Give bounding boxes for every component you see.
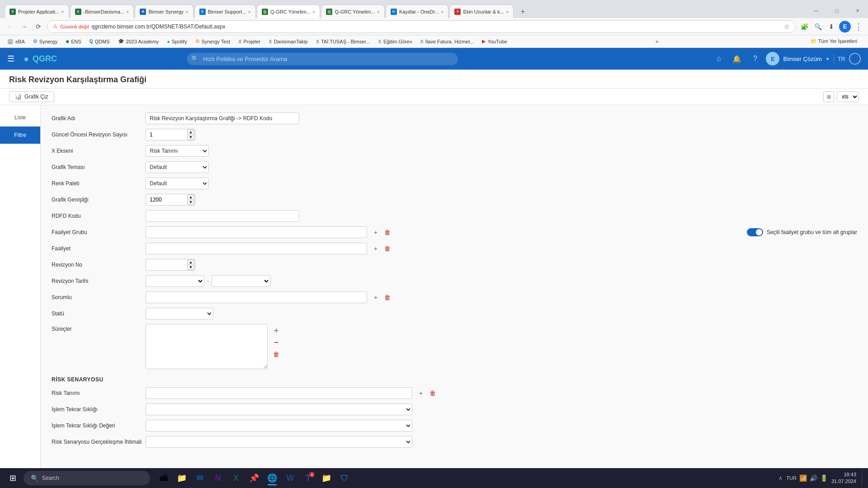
taskbar-clock[interactable]: 18:43 31.07.2024 xyxy=(831,471,856,485)
bookmark-ens[interactable]: ◆ ENS xyxy=(62,38,85,45)
surecler-add-button[interactable]: + xyxy=(271,326,281,336)
browser-tab-1[interactable]: X Projeler Applicati... × xyxy=(5,5,69,18)
sorumlu-input[interactable] xyxy=(146,291,367,303)
browser-tab-3[interactable]: B Bimser Synergy × xyxy=(135,5,193,18)
tab-close-5[interactable]: × xyxy=(312,9,315,14)
browser-tab-4[interactable]: S Bimser Support... × xyxy=(194,5,256,18)
bookmark-synergy[interactable]: ⚙ Synergy xyxy=(29,38,61,45)
faaliyet-input[interactable] xyxy=(146,243,367,254)
browser-search-icon[interactable]: 🔍 xyxy=(812,21,824,33)
address-bookmark-icon[interactable]: ☆ xyxy=(784,23,790,30)
address-url[interactable]: qgrcdemo.bimser.com.tr/QDMSNET/BSAT/Defa… xyxy=(92,23,781,30)
bookmark-tai[interactable]: X TAİ TUSAŞ - Bimser... xyxy=(312,38,374,45)
guncel-increment[interactable]: ▲ xyxy=(187,129,194,135)
bookmark-ilave[interactable]: X İlave Fatura. Hizmet... xyxy=(416,38,477,45)
taskbar-app-app5[interactable]: 📌 xyxy=(246,470,262,486)
revizyon-tarihi-to[interactable] xyxy=(212,275,270,287)
browser-tab-7[interactable]: O Kayıtlar - OneDr... × xyxy=(386,5,448,18)
taskbar-battery-icon[interactable]: 🔋 xyxy=(820,474,828,482)
bookmark-spotify[interactable]: ● Spotify xyxy=(163,38,190,45)
faaliyet-grubu-toggle[interactable] xyxy=(747,228,763,236)
browser-profile[interactable]: E xyxy=(839,21,851,33)
app-search-input[interactable] xyxy=(187,53,458,65)
sidebar-item-filtre[interactable]: Filtre xyxy=(0,127,40,144)
revizyon-tarihi-from[interactable] xyxy=(146,275,204,287)
tab-close-7[interactable]: × xyxy=(441,9,443,14)
rdfd-kodu-input[interactable] xyxy=(146,210,299,222)
browser-download-icon[interactable]: ⬇ xyxy=(826,21,837,33)
nav-reload[interactable]: ⟳ xyxy=(33,21,44,33)
browser-tab-8[interactable]: Y Ekin Uzunlar & k... × xyxy=(449,5,514,18)
bookmark-all-label[interactable]: 📁 Tüm Yer İşaretleri xyxy=(807,38,861,45)
faaliyet-grubu-add-button[interactable]: + xyxy=(371,227,381,237)
grafik-temasi-select[interactable]: Default xyxy=(146,161,209,173)
taskbar-app-widgets[interactable]: 🏙 xyxy=(156,470,172,486)
taskbar-sound-icon[interactable]: 🔊 xyxy=(810,474,817,482)
taskbar-app-onenote[interactable]: N xyxy=(210,470,226,486)
surecler-delete-button[interactable]: 🗑 xyxy=(271,349,281,359)
start-button[interactable]: ⊞ xyxy=(4,470,22,486)
x-ekseni-select[interactable]: Risk Tanımı xyxy=(146,145,209,157)
grafik-genisligi-decrement[interactable]: ▼ xyxy=(187,200,194,205)
risk-senaryosu-gerceklesme-select[interactable] xyxy=(146,436,412,448)
faaliyet-delete-button[interactable]: 🗑 xyxy=(382,244,392,253)
taskbar-app-word[interactable]: W xyxy=(282,470,298,486)
taskbar-app-fileexplorer[interactable]: 📁 xyxy=(174,470,190,486)
tab-close-8[interactable]: × xyxy=(506,9,509,14)
grafik-genisligi-increment[interactable]: ▲ xyxy=(187,194,194,200)
risk-tanimi-add-button[interactable]: + xyxy=(416,388,426,398)
export-button[interactable]: ⊞ xyxy=(823,91,834,102)
islem-tekrar-sikligi-degeri-select[interactable] xyxy=(146,420,412,432)
faaliyet-grubu-input[interactable] xyxy=(146,226,367,238)
sorumlu-delete-button[interactable]: 🗑 xyxy=(382,292,392,302)
sorumlu-add-button[interactable]: + xyxy=(371,292,381,302)
nav-forward[interactable]: → xyxy=(18,21,30,33)
risk-tanimi-input[interactable] xyxy=(146,387,412,399)
app-circle-icon[interactable] xyxy=(849,53,861,65)
window-maximize[interactable]: □ xyxy=(826,4,847,18)
guncel-decrement[interactable]: ▼ xyxy=(187,135,194,140)
taskbar-lang[interactable]: TUR xyxy=(786,475,797,481)
taskbar-app-excel[interactable]: X xyxy=(228,470,244,486)
taskbar-chevron[interactable]: ∧ xyxy=(778,475,783,481)
bookmark-egitim[interactable]: X Eğitim Görev xyxy=(375,38,416,45)
bookmark-qdms[interactable]: Q QDMS xyxy=(86,38,113,45)
app-user-menu[interactable]: E Bimser Çözüm ▼ xyxy=(766,52,830,66)
grafik-adi-input[interactable] xyxy=(146,113,299,124)
app-favorites-icon[interactable]: ☆ xyxy=(712,52,726,66)
tab-close-3[interactable]: × xyxy=(185,9,188,14)
statu-select[interactable] xyxy=(146,308,213,319)
bookmark-eba[interactable]: 🏢 eBA xyxy=(4,38,28,45)
browser-tab-2[interactable]: X -BimserDanisma... × xyxy=(70,5,134,18)
islem-tekrar-sikligi-select[interactable] xyxy=(146,404,412,415)
risk-tanimi-delete-button[interactable]: 🗑 xyxy=(428,388,438,398)
nav-back[interactable]: ← xyxy=(4,21,15,33)
surecler-textarea[interactable] xyxy=(146,324,268,369)
window-close[interactable]: × xyxy=(847,4,868,18)
bookmark-academy[interactable]: 🎓 2023 Academy xyxy=(114,38,163,45)
bookmark-danisman[interactable]: X DanismanTakip xyxy=(265,38,311,45)
surecler-remove-button[interactable]: − xyxy=(271,338,281,347)
taskbar-app-teams[interactable]: T 1 xyxy=(300,470,316,486)
browser-tab-5[interactable]: Q Q-GRC Yönetim... × xyxy=(257,5,320,18)
export-format-select[interactable]: xls xyxy=(837,91,859,102)
bookmarks-more[interactable]: » xyxy=(656,38,659,45)
revizyon-no-decrement[interactable]: ▼ xyxy=(187,265,194,270)
bookmark-youtube[interactable]: ▶ YouTube xyxy=(478,38,510,45)
bookmark-projeler[interactable]: X Projeler xyxy=(235,38,264,45)
tab-close-6[interactable]: × xyxy=(377,9,379,14)
tab-close-4[interactable]: × xyxy=(248,9,251,14)
browser-tab-6[interactable]: Q Q-GRC Yönetim... × xyxy=(321,5,384,18)
taskbar-app-folder[interactable]: 📁 xyxy=(318,470,335,486)
window-minimize[interactable]: ─ xyxy=(806,4,826,18)
taskbar-app-chrome[interactable]: 🌐 xyxy=(264,470,280,486)
renk-paleti-select[interactable]: Default xyxy=(146,178,209,189)
browser-settings-icon[interactable]: ⋮ xyxy=(853,21,864,33)
browser-extensions-icon[interactable]: 🧩 xyxy=(798,21,810,33)
sidebar-item-liste[interactable]: Liste xyxy=(0,109,40,127)
new-tab-button[interactable]: + xyxy=(516,5,529,18)
draw-chart-button[interactable]: 📊 Grafik Çiz xyxy=(9,91,54,102)
faaliyet-grubu-delete-button[interactable]: 🗑 xyxy=(382,227,392,237)
taskbar-app-security[interactable]: 🛡 xyxy=(336,470,353,486)
tab-close-2[interactable]: × xyxy=(126,9,129,14)
